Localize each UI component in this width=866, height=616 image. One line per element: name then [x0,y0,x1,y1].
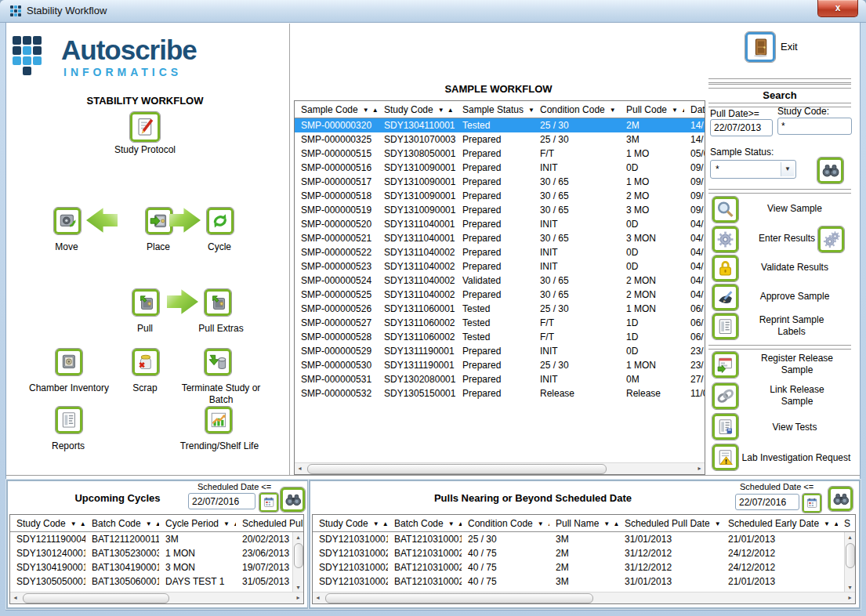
table-cell[interactable]: 06/ [684,330,705,344]
table-cell[interactable]: SMP-000000531 [295,372,378,386]
reprint-sample-labels-button[interactable] [712,313,739,340]
table-cell[interactable]: 24/12/2012 [722,560,838,574]
vertical-scrollbar[interactable]: ▴ ▾ [292,532,303,592]
table-cell[interactable]: 30 / 65 [534,274,620,288]
table-row[interactable]: SMP-000000517SDY1310090001Prepared30 / 6… [295,175,705,189]
table-cell[interactable]: BAT1211200011 [85,532,159,547]
table-cell[interactable]: SDY1311060002 [378,330,456,344]
table-row[interactable]: SMP-000000532SDY1305150001PreparedReleas… [295,386,705,400]
table-cell[interactable]: 25 / 30 [534,302,620,316]
table-cell[interactable]: INIT [534,344,620,358]
table-cell[interactable]: SMP-000000526 [295,302,378,316]
scheduled-date-input[interactable] [735,494,799,510]
column-header[interactable]: Condition Code▼ ▲ [534,101,620,118]
table-cell[interactable]: 1 MON [620,358,684,372]
column-header[interactable]: Batch Code▼ ▲ [388,515,462,532]
table-row[interactable]: SDY1210310002BAT121031000240 / 752M31/12… [313,560,855,574]
table-cell[interactable]: SDY1304110001 [378,118,456,133]
pull-extras-button[interactable] [204,288,232,317]
table-cell[interactable]: 21/01/2013 [722,574,838,589]
table-cell[interactable]: INIT [534,217,620,231]
table-cell[interactable]: 31/12/2012 [618,546,722,560]
table-cell[interactable]: SDY1311190001 [378,358,456,372]
table-cell[interactable]: 21/01/2013 [722,532,838,547]
sort-icons[interactable]: ▼ ▲ [448,520,462,527]
table-row[interactable]: SDY1211190004BAT12112000113M20/02/2013 [10,532,303,547]
table-row[interactable]: SMP-000000523SDY1311040002PreparedINIT0D… [295,259,705,274]
view-tests-button[interactable] [712,413,739,440]
table-row[interactable]: SDY1210310002BAT121031000240 / 752M31/12… [313,546,855,560]
reports-button[interactable] [55,406,83,434]
table-row[interactable]: SMP-000000520SDY1311040001PreparedINIT0D… [295,217,705,231]
table-cell[interactable]: 30 / 65 [534,189,620,203]
scrollbar-thumb[interactable] [294,543,303,568]
column-header[interactable]: Condition Code▼ ▲ [462,515,549,532]
scroll-left-button[interactable]: ◂ [10,592,20,603]
table-cell[interactable]: SDY1310090001 [378,203,456,217]
calendar-button[interactable] [802,493,822,513]
table-cell[interactable]: Release [534,386,620,400]
table-cell[interactable]: 31/01/2013 [618,532,722,547]
close-button[interactable]: x [817,0,858,17]
table-row[interactable]: SDY1301240001BAT13052300031 MON23/06/201… [10,546,303,560]
table-cell[interactable]: BAT1210310002 [388,546,462,560]
table-cell[interactable]: F/T [534,316,620,330]
table-cell[interactable]: DAYS TEST 1 [159,574,236,589]
sort-icons[interactable]: ▼ ▲ [603,520,618,527]
table-cell[interactable]: INIT [534,372,620,386]
scroll-up-button[interactable]: ▴ [293,532,303,542]
table-cell[interactable]: 25 / 30 [534,132,620,147]
table-cell[interactable]: SDY1301240001 [10,546,85,560]
table-cell[interactable]: 2 MON [620,274,684,288]
table-cell[interactable]: 25 / 30 [534,358,620,372]
table-cell[interactable]: 09/ [684,203,705,217]
column-header[interactable]: Study Code▼ ▲ [378,101,456,118]
column-header[interactable]: Cycle Period▼ ▲ [159,515,236,532]
table-cell[interactable]: Prepared [456,175,534,189]
table-cell[interactable]: SDY1211190004 [10,532,85,547]
pulls-search-button[interactable] [828,486,853,512]
table-cell[interactable]: SMP-000000522 [295,245,378,259]
table-cell[interactable]: 0M [620,372,684,386]
table-cell[interactable]: SMP-000000325 [295,132,378,147]
enter-results-button[interactable] [712,226,739,253]
move-button[interactable] [53,207,82,235]
table-cell[interactable]: SDY1210310002 [313,574,388,589]
scrollbar-thumb[interactable] [846,543,855,568]
table-cell[interactable]: 30 / 65 [534,231,620,245]
table-cell[interactable]: 3 MON [620,231,684,245]
table-cell[interactable]: SDY1311060001 [378,302,456,316]
table-cell[interactable]: 09/ [684,161,705,175]
table-cell[interactable]: SDY1305150001 [378,386,456,400]
scroll-left-button[interactable]: ◂ [295,463,305,473]
calendar-button[interactable] [259,492,279,513]
table-cell[interactable]: 3M [620,132,684,147]
table-cell[interactable]: SDY1311040002 [378,245,456,259]
table-row[interactable]: SDY1305050001BAT1305060001DAYS TEST 131/… [10,574,303,589]
table-row[interactable]: SMP-000000527SDY1311060002TestedF/T1D06/ [295,316,705,330]
table-row[interactable]: SMP-000000528SDY1311060002TestedF/T1D06/ [295,330,705,344]
table-cell[interactable]: 04/ [684,245,705,259]
table-cell[interactable]: 04/ [684,274,705,288]
table-cell[interactable]: SDY1311040001 [378,231,456,245]
table-cell[interactable]: Tested [456,330,534,344]
chamber-inventory-button[interactable] [55,348,83,376]
table-cell[interactable]: BAT1304190001 [85,560,159,574]
table-row[interactable]: SMP-000000526SDY1311060001Tested25 / 301… [295,302,705,316]
scrollbar-thumb[interactable] [325,593,593,603]
table-cell[interactable]: 24/12/2012 [722,546,838,560]
column-header[interactable]: Date▼ ▲ [684,101,705,118]
table-cell[interactable]: 04/ [684,231,705,245]
column-header[interactable]: Scheduled Early Date▼ ▲ [722,515,838,532]
table-cell[interactable]: 09/ [684,189,705,203]
table-row[interactable]: SDY1210310001BAT121031000125 / 303M31/01… [313,532,855,547]
table-cell[interactable]: 2 MO [620,189,684,203]
table-cell[interactable]: 1 MON [620,302,684,316]
scrollbar-thumb[interactable] [23,593,169,603]
table-cell[interactable]: INIT [534,161,620,175]
sort-icons[interactable]: ▼ ▲ [363,107,378,114]
table-cell[interactable]: SMP-000000518 [295,189,378,203]
column-header[interactable]: Study Code▼ ▲ [313,515,388,532]
table-cell[interactable]: SDY1311190001 [378,344,456,358]
table-cell[interactable]: 0D [620,245,684,259]
